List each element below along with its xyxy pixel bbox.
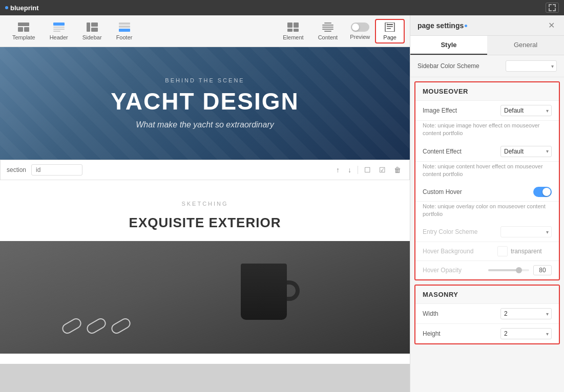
- content-effect-note: Note: unique content hover effect on mou…: [415, 162, 559, 183]
- custom-hover-label: Custom Hover: [423, 188, 462, 195]
- hover-background-swatch[interactable]: [497, 246, 508, 256]
- hover-opacity-slider-row: 80: [488, 265, 552, 275]
- svg-rect-19: [322, 27, 333, 28]
- image-effect-row: Image Effect Default Fade Zoom Grayscale: [415, 101, 559, 121]
- footer-label: Footer: [116, 34, 133, 40]
- svg-rect-1: [18, 27, 23, 32]
- blueprint-dot-icon: [5, 6, 8, 9]
- panel-close-button[interactable]: ✕: [546, 19, 557, 31]
- top-bar: blueprint: [0, 0, 564, 15]
- masonry-width-select[interactable]: 1 2 3 4: [500, 308, 552, 319]
- page-icon: [384, 22, 396, 32]
- paperclip-2: [85, 316, 108, 335]
- svg-rect-25: [387, 28, 391, 29]
- toolbar-header[interactable]: Header: [43, 20, 75, 42]
- hero-section: BEHIND THE SCENE YACHT DESIGN What make …: [0, 47, 410, 160]
- custom-hover-note: Note: unique overlay color on mouseover …: [415, 202, 559, 223]
- masonry-height-row: Height 1 2 3 4: [415, 324, 559, 343]
- move-up-button[interactable]: ↑: [334, 165, 342, 175]
- toolbar-page[interactable]: Page: [375, 19, 405, 43]
- paperclip-1: [60, 316, 83, 335]
- svg-rect-20: [322, 29, 333, 30]
- toolbar-footer[interactable]: Footer: [109, 20, 140, 42]
- header-label: Header: [50, 34, 68, 40]
- content-icon: [322, 22, 334, 32]
- svg-rect-16: [294, 29, 299, 32]
- sidebar-color-scheme-select-wrapper: [506, 60, 557, 72]
- mouseover-header: Mouseover: [415, 82, 559, 101]
- masonry-section: Masonry Width 1 2 3 4 Height: [414, 285, 560, 344]
- panel-tabs: Style General: [410, 36, 564, 55]
- panel-title: page settings: [417, 21, 467, 30]
- section-divider: [358, 166, 358, 174]
- svg-rect-13: [287, 23, 293, 28]
- svg-rect-4: [53, 27, 65, 28]
- move-down-button[interactable]: ↓: [346, 165, 353, 175]
- toolbar: Template Header: [0, 15, 410, 47]
- content-effect-select[interactable]: Default Fade Slide Flip: [500, 146, 552, 157]
- masonry-height-select-wrapper: 1 2 3 4: [500, 328, 552, 339]
- hover-background-label: Hover Background: [423, 248, 473, 255]
- hover-background-color-row: transparent: [497, 246, 552, 256]
- element-label: Element: [283, 34, 303, 40]
- tab-style[interactable]: Style: [410, 36, 487, 55]
- preview-toggle-knob: [352, 24, 359, 31]
- sidebar-color-scheme-label: Sidebar Color Scheme: [417, 62, 479, 70]
- image-effect-label: Image Effect: [423, 107, 457, 114]
- masonry-height-select[interactable]: 1 2 3 4: [500, 328, 552, 339]
- svg-rect-14: [294, 23, 299, 28]
- duplicate-button[interactable]: ☐: [362, 165, 373, 175]
- toolbar-content[interactable]: Content: [311, 20, 345, 42]
- element-icon: [287, 22, 299, 32]
- hover-opacity-slider[interactable]: [488, 269, 529, 271]
- toolbar-sidebar[interactable]: Sidebar: [75, 20, 109, 42]
- blueprint-logo: blueprint: [5, 4, 39, 12]
- masonry-height-label: Height: [423, 330, 441, 337]
- hover-opacity-label: Hover Opacity: [423, 267, 462, 274]
- footer-icon: [118, 22, 131, 32]
- svg-rect-18: [322, 25, 333, 26]
- paperclip-3: [110, 316, 133, 335]
- hero-behind-text: BEHIND THE SCENE: [165, 77, 244, 83]
- right-panel: page settings ✕ Style General Sidebar Co…: [410, 15, 564, 392]
- masonry-header: Masonry: [415, 286, 559, 304]
- expand-button[interactable]: [546, 3, 559, 13]
- custom-hover-toggle[interactable]: [533, 187, 552, 197]
- entry-color-scheme-select[interactable]: [500, 226, 552, 237]
- delete-button[interactable]: 🗑: [392, 165, 403, 175]
- hover-opacity-value: 80: [533, 265, 552, 275]
- svg-rect-6: [53, 31, 60, 32]
- svg-rect-15: [287, 29, 293, 32]
- tab-general[interactable]: General: [487, 36, 564, 55]
- toolbar-element[interactable]: Element: [276, 20, 310, 42]
- mouseover-title: Mouseover: [423, 88, 468, 95]
- sidebar-color-scheme-select[interactable]: [506, 60, 557, 72]
- content-title-text: EXQUISITE EXTERIOR: [10, 215, 400, 231]
- top-bar-right: [546, 3, 559, 13]
- image-effect-select[interactable]: Default Fade Zoom Grayscale: [500, 105, 552, 116]
- entry-color-scheme-select-wrapper: [500, 226, 552, 237]
- section-bar: section ↑ ↓ ☐ ☑ 🗑: [0, 160, 410, 180]
- template-icon: [17, 22, 30, 32]
- svg-rect-9: [91, 28, 98, 32]
- svg-rect-24: [387, 26, 393, 27]
- hover-background-row: Hover Background transparent: [415, 242, 559, 261]
- section-actions: ↑ ↓ ☐ ☑ 🗑: [334, 165, 403, 175]
- sidebar-label: Sidebar: [82, 34, 102, 40]
- svg-rect-12: [119, 29, 130, 32]
- page-label: Page: [383, 34, 396, 40]
- masonry-width-label: Width: [423, 310, 438, 317]
- toolbar-template[interactable]: Template: [5, 20, 43, 42]
- top-bar-left: blueprint: [5, 4, 39, 12]
- masonry-width-select-wrapper: 1 2 3 4: [500, 308, 552, 319]
- mug-shape: [241, 264, 287, 320]
- entry-color-scheme-label: Entry Color Scheme: [423, 228, 477, 235]
- content-section: SKETCHING EXQUISITE EXTERIOR: [0, 180, 410, 364]
- custom-hover-toggle-knob: [542, 188, 551, 196]
- preview-toggle[interactable]: [351, 23, 369, 32]
- hover-opacity-row: Hover Opacity 80: [415, 261, 559, 279]
- settings-button[interactable]: ☑: [377, 165, 388, 175]
- svg-rect-22: [385, 23, 394, 32]
- section-id-input[interactable]: [31, 164, 82, 176]
- section-label: section: [7, 166, 26, 173]
